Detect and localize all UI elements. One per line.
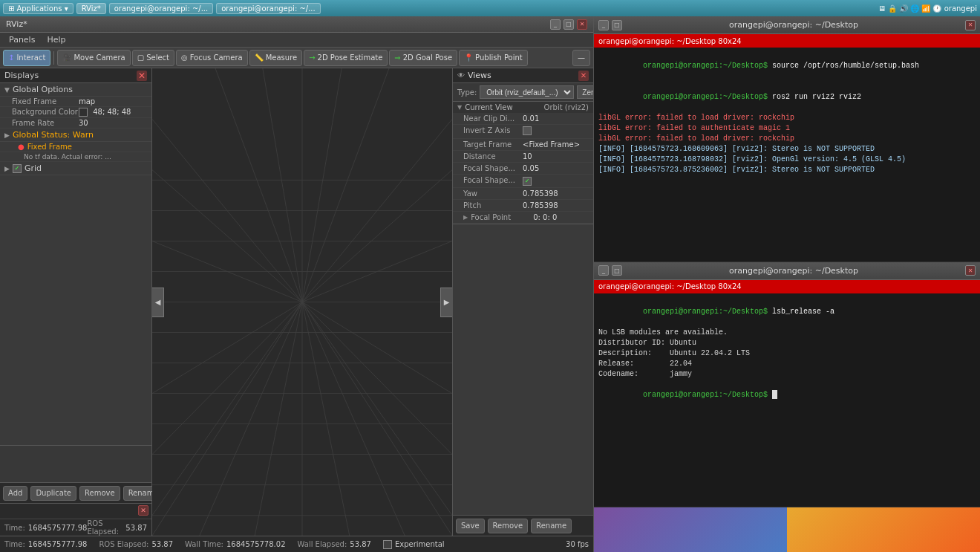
terminal2-content[interactable]: orangepi@orangepi:~/Desktop$ lsb_release… — [594, 293, 980, 507]
global-options-arrow: ▼ — [4, 86, 10, 94]
duplicate-display-btn[interactable]: Duplicate — [30, 486, 76, 501]
rviz-maximize-btn[interactable]: □ — [564, 19, 574, 30]
rviz-taskbar-btn[interactable]: RViz* — [76, 3, 106, 14]
term1-maximize[interactable]: □ — [612, 20, 622, 30]
frame-rate-value[interactable]: 30 — [79, 119, 147, 127]
focal-shape1-label: Focal Shape... — [463, 164, 523, 172]
views-panel: 👁 Views ✕ Type: Orbit (rviz_default_...)… — [452, 68, 593, 536]
invert-z-checkbox[interactable] — [523, 126, 532, 135]
term1-line1: orangepi@orangepi:~/Desktop$ ros2 run rv… — [598, 82, 976, 113]
yaw-value[interactable]: 0.785398 — [523, 189, 589, 198]
focus-camera-btn[interactable]: ◎ Focus Camera — [176, 50, 248, 66]
fixed-frame-error-msg: No tf data. Actual error: ... — [0, 152, 151, 162]
status-close-btn[interactable]: ✕ — [138, 505, 148, 516]
global-status-label: Global Status: Warn — [13, 130, 94, 140]
term1-line0: orangepi@orangepi:~/Desktop$ source /opt… — [598, 51, 976, 82]
term1-minimize[interactable]: _ — [598, 20, 609, 30]
move-camera-btn[interactable]: 🎥 Move Camera — [57, 50, 130, 66]
terminal1-subtitle-text: orangepi@orangepi: ~/Desktop 80x24 — [598, 37, 742, 45]
rviz-close-btn[interactable]: ✕ — [577, 19, 587, 30]
fixed-frame-value[interactable]: map — [79, 97, 147, 105]
term1-taskbar-btn[interactable]: orangepi@orangepi: ~/... — [109, 3, 213, 14]
rviz-titlebar: RViz* _ □ ✕ — [0, 16, 593, 33]
interact-btn[interactable]: ↕ Interact — [3, 50, 50, 66]
focal-point-prop[interactable]: ▶ Focal Point 0: 0: 0 — [453, 212, 593, 224]
rviz-win-controls: _ □ ✕ — [550, 19, 587, 30]
terminal2-subtitle: orangepi@orangepi: ~/Desktop 80x24 — [594, 280, 980, 293]
displays-panel-bottom — [0, 445, 151, 482]
views-close-btn[interactable]: ✕ — [578, 71, 589, 81]
distance-value[interactable]: 10 — [523, 152, 589, 160]
viewport[interactable]: ◀ ▶ — [152, 68, 452, 536]
term2-line6: orangepi@orangepi:~/Desktop$ — [598, 380, 976, 411]
bg-color-value[interactable]: 48; 48; 48 — [79, 108, 147, 117]
global-status-arrow: ▶ — [4, 131, 10, 139]
fixed-frame-label: Fixed Frame — [12, 97, 79, 105]
remove-view-btn[interactable]: Remove — [488, 519, 529, 533]
time-item: Time: 1684575777.98 — [4, 524, 87, 532]
term2-line4: Release: 22.04 — [598, 359, 976, 369]
grid-arrow: ▶ — [4, 165, 10, 172]
focal-point-value: 0: 0: 0 — [533, 213, 589, 221]
status-top: ✕ — [0, 504, 151, 519]
rviz-status-bar: Time: 1684575777.98 ROS Elapsed: 53.87 W… — [0, 536, 593, 552]
ros-elapsed-value: 53.87 — [125, 524, 147, 532]
rviz-toolbar: ↕ Interact 🎥 Move Camera ▢ Select ◎ Focu… — [0, 48, 593, 68]
focal-shape2-label: Focal Shape... — [463, 176, 523, 186]
term1-close[interactable]: ✕ — [965, 20, 976, 30]
main-area: RViz* _ □ ✕ Panels Help ↕ Interact 🎥 Mov… — [0, 16, 980, 552]
rename-view-btn[interactable]: Rename — [531, 519, 572, 533]
pitch-value[interactable]: 0.785398 — [523, 201, 589, 210]
term2-minimize[interactable]: _ — [598, 265, 609, 276]
collapse-right-btn[interactable]: ▶ — [440, 288, 452, 317]
focal-shape2-checkbox[interactable]: ✓ — [523, 177, 532, 186]
remove-display-btn[interactable]: Remove — [79, 486, 120, 501]
views-icon: 👁 — [457, 71, 465, 79]
term2-maximize[interactable]: □ — [612, 265, 622, 276]
select-btn[interactable]: ▢ Select — [132, 50, 174, 66]
goal-pose-btn[interactable]: ⇒ 2D Goal Pose — [389, 50, 457, 66]
term1-line5: [INFO] [1684575723.168609063] [rviz2]: S… — [598, 144, 976, 155]
focal-shape1-prop: Focal Shape... 0.05 — [453, 163, 593, 175]
add-display-btn[interactable]: Add — [3, 486, 27, 501]
grid-item[interactable]: ▶ ✓ Grid — [0, 162, 151, 175]
pose-estimate-btn[interactable]: → 2D Pose Estimate — [304, 50, 388, 66]
3d-viewport[interactable] — [152, 68, 452, 536]
toolbar-extra-btn[interactable]: — — [572, 50, 590, 66]
ros-elapsed-status: ROS Elapsed: 53.87 — [99, 540, 173, 548]
terminal1-content[interactable]: orangepi@orangepi:~/Desktop$ source /opt… — [594, 48, 980, 262]
measure-btn[interactable]: 📏 Measure — [249, 50, 303, 66]
current-view-header[interactable]: ▼ Current View Orbit (rviz2) — [453, 102, 593, 113]
panels-menu[interactable]: Panels — [3, 33, 41, 47]
global-options-item[interactable]: ▼ Global Options — [0, 83, 151, 97]
term2-taskbar-label: orangepi@orangepi: ~/... — [221, 4, 315, 13]
experimental-check[interactable]: Experimental — [383, 540, 445, 549]
global-status-item[interactable]: ▶ Global Status: Warn — [0, 129, 151, 142]
grid-checkbox[interactable]: ✓ — [13, 164, 22, 173]
near-clip-value[interactable]: 0.01 — [523, 114, 589, 123]
displays-close-btn[interactable]: ✕ — [137, 71, 147, 81]
term2-taskbar-btn[interactable]: orangepi@orangepi: ~/... — [216, 3, 320, 14]
rviz-minimize-btn[interactable]: _ — [550, 19, 561, 30]
terminal1-title: orangepi@orangepi: ~/Desktop — [625, 20, 962, 30]
term2-close[interactable]: ✕ — [965, 265, 976, 276]
target-frame-value[interactable]: <Fixed Frame> — [523, 140, 589, 149]
yaw-label: Yaw — [463, 189, 523, 198]
taskbar-icons: 🖥 🔒 🔊 🌐 📶 🕐 orangepi — [878, 4, 977, 13]
views-type-select[interactable]: Orbit (rviz_default_...) — [480, 85, 574, 99]
near-clip-prop: Near Clip Di... 0.01 — [453, 113, 593, 125]
experimental-checkbox[interactable] — [383, 540, 392, 549]
views-zero-btn[interactable]: Zero — [577, 85, 593, 99]
focal-shape1-value[interactable]: 0.05 — [523, 164, 589, 172]
save-view-btn[interactable]: Save — [456, 519, 485, 533]
invert-z-value[interactable] — [523, 126, 589, 137]
help-menu[interactable]: Help — [41, 33, 71, 47]
fps-display: 30 fps — [566, 540, 589, 548]
collapse-left-btn[interactable]: ◀ — [152, 288, 164, 317]
wall-time-value: 1684575778.02 — [226, 540, 286, 548]
focal-shape2-value[interactable]: ✓ — [523, 176, 589, 186]
applications-menu[interactable]: ⊞ Applications ▾ — [3, 3, 74, 14]
bg-color-swatch[interactable] — [79, 108, 88, 117]
term1-taskbar-label: orangepi@orangepi: ~/... — [114, 4, 208, 13]
publish-point-btn[interactable]: 📍 Publish Point — [459, 50, 528, 66]
